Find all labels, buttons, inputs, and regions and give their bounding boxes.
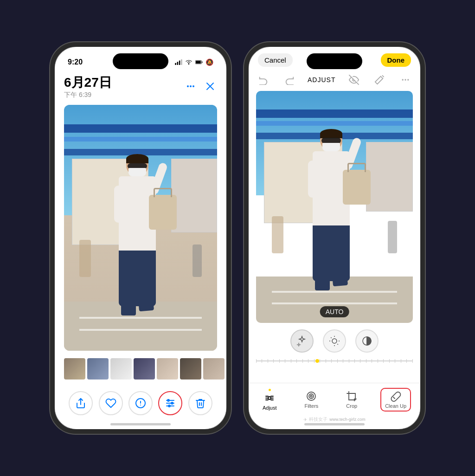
undo-button[interactable] <box>256 72 271 87</box>
signal-icon <box>175 59 182 65</box>
building-right <box>171 159 217 232</box>
edit-canopy-2 <box>256 121 413 126</box>
thumb-2[interactable] <box>87 358 109 380</box>
brightness-button[interactable] <box>323 329 346 353</box>
tab-crop[interactable]: Crop <box>342 389 361 411</box>
svg-rect-0 <box>175 63 176 65</box>
sliders-icon <box>165 398 176 409</box>
mask <box>128 168 146 176</box>
three-dots-icon <box>186 82 195 91</box>
status-icons: 🔕 <box>175 58 213 66</box>
info-button[interactable] <box>128 391 153 415</box>
visibility-button[interactable] <box>347 72 361 87</box>
body <box>119 176 156 251</box>
magic-enhance-button[interactable] <box>290 329 314 353</box>
adjust-tab-icon <box>264 392 275 404</box>
svg-point-44 <box>309 394 314 399</box>
adjust-button[interactable] <box>158 391 182 415</box>
edit-crosswalk-1 <box>272 302 397 304</box>
photo-scene <box>64 105 217 351</box>
close-button[interactable] <box>203 79 217 93</box>
svg-point-45 <box>310 395 312 397</box>
svg-point-9 <box>190 85 192 87</box>
status-time: 9:20 <box>68 58 83 66</box>
wand-icon <box>374 75 385 85</box>
svg-point-28 <box>332 339 337 343</box>
thumb-7[interactable] <box>203 358 225 380</box>
edit-bg-person-2 <box>388 221 397 253</box>
thumbnail-strip <box>55 354 226 383</box>
redo-button[interactable] <box>282 72 297 87</box>
right-phone: Cancel Done ADJUST <box>244 42 425 434</box>
edit-photo-scene: AUTO <box>256 91 413 323</box>
filters-tab-icon <box>306 391 317 402</box>
heart-icon <box>105 398 116 409</box>
edit-tabs: Adjust Filters <box>249 383 420 416</box>
thumb-5[interactable] <box>157 358 178 380</box>
left-screen: 9:20 <box>55 47 226 429</box>
eye-slash-icon <box>349 75 359 85</box>
thumb-4[interactable] <box>134 358 155 380</box>
tab-adjust[interactable]: Adjust <box>259 387 281 412</box>
svg-line-32 <box>337 344 338 344</box>
thumb-6[interactable] <box>180 358 201 380</box>
contrast-button[interactable] <box>355 329 379 353</box>
header-icons <box>184 79 217 93</box>
canopy-2 <box>64 137 217 142</box>
left-phone: 9:20 <box>50 42 231 434</box>
adjust-tab-label: Adjust <box>263 405 277 411</box>
pants <box>119 251 156 306</box>
bottom-toolbar <box>55 391 226 415</box>
edit-arm-left <box>308 161 316 198</box>
brightness-icon <box>329 335 340 347</box>
trash-icon <box>195 398 206 409</box>
edit-mask <box>322 143 340 151</box>
home-indicator-right <box>304 423 365 425</box>
edit-nav: ADJUST <box>249 71 420 89</box>
photos-header: 6月27日 下午 6:39 <box>55 72 226 101</box>
svg-point-8 <box>187 85 189 87</box>
watermark-url: www.tech-girlz.com <box>329 417 366 422</box>
svg-point-22 <box>168 405 170 407</box>
thumb-1[interactable] <box>64 358 85 380</box>
cancel-button[interactable]: Cancel <box>258 53 293 67</box>
adjustment-tools <box>249 325 420 355</box>
thumb-3[interactable] <box>110 358 132 380</box>
bag-handle <box>154 188 172 197</box>
more-options-button[interactable] <box>184 79 198 93</box>
filters-tab-label: Filters <box>304 403 318 409</box>
tote-bag <box>149 195 177 230</box>
slider-ticks <box>249 359 420 363</box>
tab-filters[interactable]: Filters <box>301 389 322 411</box>
share-button[interactable] <box>69 391 93 415</box>
svg-point-10 <box>193 85 194 87</box>
battery-icon <box>195 59 203 65</box>
person <box>119 154 156 306</box>
hair <box>126 154 148 163</box>
svg-rect-2 <box>179 61 180 65</box>
crop-tab-label: Crop <box>346 403 357 409</box>
adjustment-slider[interactable] <box>249 355 420 367</box>
auto-badge: AUTO <box>320 306 349 317</box>
svg-point-20 <box>167 399 169 401</box>
share-icon <box>75 398 86 409</box>
trash-button[interactable] <box>188 391 212 415</box>
heart-button[interactable] <box>99 391 123 415</box>
svg-point-4 <box>188 64 189 64</box>
done-button[interactable]: Done <box>381 53 411 67</box>
tab-cleanup[interactable]: Clean Up <box>381 389 410 411</box>
edit-canopy-1 <box>256 109 413 118</box>
photos-date: 6月27日 <box>64 76 112 90</box>
bg-person-2 <box>193 244 202 277</box>
svg-line-31 <box>331 337 331 338</box>
svg-rect-7 <box>196 61 201 64</box>
watermark-icon: ✈ <box>303 417 307 422</box>
more-edit-button[interactable] <box>398 72 413 87</box>
arm-left <box>114 186 122 223</box>
background: 9:20 <box>0 0 475 476</box>
edit-hair <box>320 129 342 138</box>
magic-wand-nav-button[interactable] <box>372 72 387 87</box>
edit-pants <box>313 225 350 281</box>
crop-tab-icon <box>346 391 357 402</box>
edit-photo: AUTO <box>256 91 413 323</box>
